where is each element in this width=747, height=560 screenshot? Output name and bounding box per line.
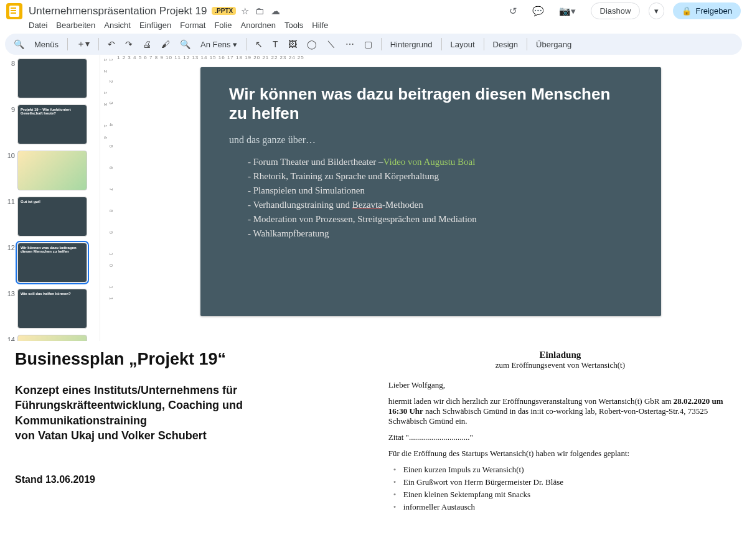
menu-folie[interactable]: Folie [214, 21, 232, 30]
slides-logo-icon[interactable] [6, 3, 22, 19]
star-icon[interactable]: ☆ [241, 6, 249, 17]
horizontal-ruler: 1 2 3 4 5 6 7 8 9 10 11 12 13 14 15 16 1… [115, 55, 747, 67]
slide-bullet[interactable]: Wahlkampfberatung [248, 228, 632, 239]
redo-icon[interactable]: ↷ [121, 37, 136, 52]
cloud-status-icon[interactable]: ☁ [271, 6, 280, 17]
print-icon[interactable]: 🖨 [139, 37, 155, 52]
document-title[interactable]: Unternehmenspräsentation Projekt 19 [29, 5, 207, 17]
pptx-badge: .PPTX [212, 7, 236, 15]
toolbar: 🔍 Menüs ＋▾ ↶ ↷ 🖨 🖌 🔍 An Fens ▾ ↖ T 🖼 ◯ ＼… [5, 34, 742, 55]
present-icon[interactable]: ▢ [360, 37, 376, 52]
thumbnail-row[interactable]: 10 [6, 151, 97, 190]
zoom-icon[interactable]: 🔍 [176, 37, 194, 52]
menu-anordnen[interactable]: Anordnen [241, 21, 276, 30]
businessplan-document: Businessplan „Projekt 19“ Konzept eines … [15, 350, 376, 515]
invitation-document: Einladung zum Eröffnungsevent von Wertan… [388, 350, 732, 515]
documents-row: Businessplan „Projekt 19“ Konzept eines … [0, 341, 747, 521]
paint-format-icon[interactable]: 🖌 [157, 37, 174, 52]
slide-thumbnails[interactable]: 89Projekt 19 – Wie funktioniert Gesellsc… [0, 55, 100, 341]
slide-bullet-list[interactable]: Forum Theater und Bildertheater –Video v… [229, 157, 632, 239]
menu-datei[interactable]: Datei [29, 21, 47, 30]
search-icon[interactable]: 🔍 [10, 37, 28, 52]
editor-body: 89Projekt 19 – Wie funktioniert Gesellsc… [0, 55, 747, 341]
line-icon[interactable]: ＼ [323, 36, 339, 52]
bp-stand: Stand 13.06.2019 [15, 473, 376, 487]
bp-line4: von Vatan Ukaj und Volker Schubert [15, 429, 207, 442]
slide-bullet[interactable]: Verhandlungstraining und Bezavta-Methode… [248, 200, 632, 210]
invitation-subtitle: zum Eröffnungsevent von Wertansich(t) [388, 360, 732, 370]
thumbnail-slide[interactable] [17, 151, 87, 190]
thumbnail-row[interactable]: 11Gut ist gut! [6, 197, 97, 236]
thumbnail-slide[interactable] [17, 335, 87, 341]
slide-bullet[interactable]: Planspielen und Simulationen [248, 185, 632, 196]
thumbnail-row[interactable]: 14 [6, 335, 97, 341]
more-tools-icon[interactable]: ⋯ [342, 37, 358, 52]
thumbnail-number: 10 [6, 151, 17, 159]
comments-icon[interactable]: 💬 [532, 6, 544, 17]
google-slides-app: Unternehmenspräsentation Projekt 19 .PPT… [0, 0, 747, 341]
inv-body1a: hiermit laden wir dich herzlich zur Eröf… [388, 396, 674, 406]
invitation-body2: Für die Eröffnung des Startups Wertansic… [388, 449, 732, 459]
bp-line2: Führungskräfteentwicklung, Coaching und [15, 399, 243, 411]
move-icon[interactable]: 🗀 [255, 6, 265, 16]
thumbnail-slide[interactable]: Projekt 19 – Wie funktioniert Gesellscha… [17, 105, 87, 144]
slide-bullet[interactable]: Rhetorik, Training zu Sprache und Körper… [248, 171, 632, 182]
thumbnail-slide[interactable] [17, 58, 87, 98]
title-bar: Unternehmenspräsentation Projekt 19 .PPT… [0, 0, 747, 19]
thumbnail-number: 13 [6, 289, 17, 297]
menus-button[interactable]: Menüs [31, 37, 62, 52]
textbox-icon[interactable]: T [269, 37, 282, 52]
select-tool-icon[interactable]: ↖ [251, 37, 266, 52]
zoom-select[interactable]: An Fens ▾ [197, 37, 241, 52]
menu-ansicht[interactable]: Ansicht [104, 21, 131, 30]
shape-icon[interactable]: ◯ [303, 37, 321, 52]
menu-tools[interactable]: Tools [284, 21, 303, 30]
menu-bearbeiten[interactable]: Bearbeiten [56, 21, 95, 30]
meet-icon[interactable]: 📷▾ [559, 6, 576, 17]
slide-bullet[interactable]: Forum Theater und Bildertheater –Video v… [248, 157, 632, 167]
current-slide[interactable]: Wir können was dazu beitragen diesen Men… [200, 67, 661, 316]
thumbnail-slide[interactable]: Gut ist gut! [17, 197, 87, 236]
thumbnail-number: 12 [6, 243, 17, 251]
slide-bullet[interactable]: Moderation von Prozessen, Streitgespräch… [248, 214, 632, 225]
bp-line1: Konzept eines Instituts/Unternehmens für [15, 384, 237, 396]
share-label: Freigeben [695, 6, 732, 16]
menu-format[interactable]: Format [180, 21, 205, 30]
menu-hilfe[interactable]: Hilfe [312, 21, 328, 30]
new-slide-button[interactable]: ＋▾ [73, 36, 93, 52]
share-button[interactable]: 🔒 Freigeben [673, 2, 741, 19]
invitation-bullet: Ein Grußwort von Herrn Bürgermeister Dr.… [392, 477, 732, 487]
slide-subtitle[interactable]: und das ganze über… [229, 134, 632, 146]
slideshow-label: Diashow [600, 6, 631, 16]
slideshow-button[interactable]: Diashow [591, 2, 641, 19]
vertical-ruler [100, 55, 115, 341]
thumbnail-row[interactable]: 9Projekt 19 – Wie funktioniert Gesellsch… [6, 105, 97, 144]
menu-bar: Datei Bearbeiten Ansicht Einfügen Format… [0, 19, 747, 34]
thumbnail-row[interactable]: 12Wir können was dazu beitragen diesen M… [6, 243, 97, 282]
invitation-body1: hiermit laden wir dich herzlich zur Eröf… [388, 396, 732, 426]
invitation-zitat: Zitat ".............................." [388, 432, 732, 442]
thumbnail-number: 9 [6, 105, 17, 113]
thumbnail-row[interactable]: 13Wie soll das helfen können? [6, 289, 97, 329]
background-button[interactable]: Hintergrund [387, 37, 436, 52]
invitation-bullet: informeller Austausch [392, 502, 732, 512]
invitation-title: Einladung [388, 350, 732, 360]
transition-button[interactable]: Übergang [532, 37, 575, 52]
caret-down-icon: ▾ [654, 6, 659, 16]
slide-title[interactable]: Wir können was dazu beitragen diesen Men… [229, 85, 632, 123]
menu-einfuegen[interactable]: Einfügen [139, 21, 171, 30]
image-icon[interactable]: 🖼 [284, 37, 301, 52]
history-icon[interactable]: ↺ [509, 6, 517, 17]
invitation-bullet: Einen kurzen Impuls zu Weransich(t) [392, 465, 732, 475]
invitation-bullets: Einen kurzen Impuls zu Weransich(t)Ein G… [388, 465, 732, 512]
canvas-area: 1 2 3 4 5 6 7 8 9 10 11 12 13 14 15 16 1… [115, 55, 747, 341]
slide-link[interactable]: Video von Augustu Boal [383, 157, 476, 167]
inv-body1b: nach Schwäbisch Gmünd in das in:it co-wo… [388, 406, 708, 426]
undo-icon[interactable]: ↶ [104, 37, 119, 52]
design-button[interactable]: Design [489, 37, 522, 52]
thumbnail-slide[interactable]: Wie soll das helfen können? [17, 289, 87, 329]
thumbnail-row[interactable]: 8 [6, 58, 97, 98]
thumbnail-slide[interactable]: Wir können was dazu beitragen diesen Men… [17, 243, 87, 282]
slideshow-dropdown[interactable]: ▾ [649, 2, 664, 19]
layout-button[interactable]: Layout [447, 37, 479, 52]
